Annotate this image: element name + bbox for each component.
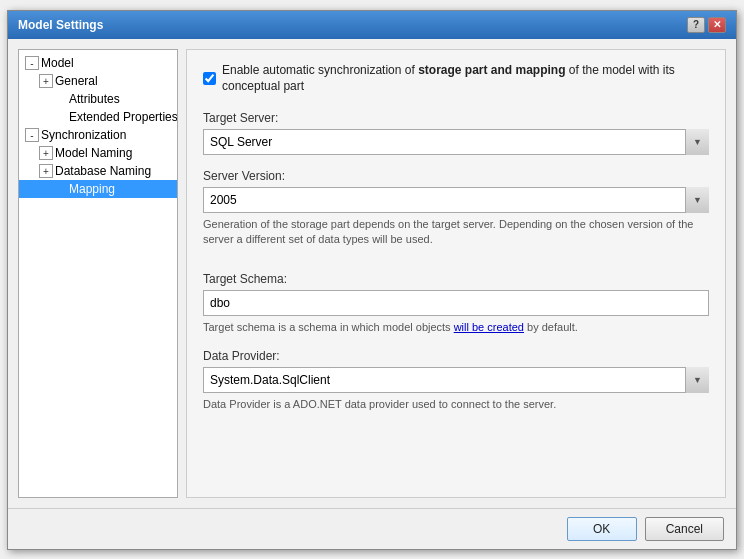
help-button[interactable]: ? <box>687 17 705 33</box>
tree-item-attributes[interactable]: Attributes <box>19 90 177 108</box>
target-schema-hint: Target schema is a schema in which model… <box>203 320 709 335</box>
tree-label-synchronization: Synchronization <box>41 128 126 142</box>
leaf-spacer-mapping <box>53 182 67 196</box>
window-title: Model Settings <box>18 18 103 32</box>
cancel-button[interactable]: Cancel <box>645 517 724 541</box>
expand-icon-db-naming: + <box>39 164 53 178</box>
close-button[interactable]: ✕ <box>708 17 726 33</box>
target-schema-input[interactable] <box>203 290 709 316</box>
tree-label-database-naming: Database Naming <box>55 164 151 178</box>
server-version-select[interactable]: 2005 2008 2012 2014 2016 2019 <box>203 187 709 213</box>
tree-item-model[interactable]: - Model <box>19 54 177 72</box>
tree-label-model-naming: Model Naming <box>55 146 132 160</box>
enable-sync-checkbox[interactable] <box>203 72 216 85</box>
target-schema-label: Target Schema: <box>203 272 709 286</box>
data-provider-select-wrapper: System.Data.SqlClient System.Data.OleDb … <box>203 367 709 393</box>
enable-sync-label: Enable automatic synchronization of stor… <box>222 62 709 96</box>
server-version-field: Server Version: 2005 2008 2012 2014 2016… <box>203 169 709 248</box>
server-version-select-wrapper: 2005 2008 2012 2014 2016 2019 <box>203 187 709 213</box>
target-server-select[interactable]: SQL Server Oracle MySQL PostgreSQL <box>203 129 709 155</box>
tree-item-model-naming[interactable]: + Model Naming <box>19 144 177 162</box>
footer: OK Cancel <box>8 508 736 549</box>
enable-sync-row: Enable automatic synchronization of stor… <box>203 62 709 96</box>
server-version-hint: Generation of the storage part depends o… <box>203 217 709 248</box>
target-schema-link: will be created <box>454 321 524 333</box>
title-bar: Model Settings ? ✕ <box>8 11 736 39</box>
leaf-spacer-attributes <box>53 92 67 106</box>
tree-item-general[interactable]: + General <box>19 72 177 90</box>
server-version-label: Server Version: <box>203 169 709 183</box>
target-server-field: Target Server: SQL Server Oracle MySQL P… <box>203 111 709 155</box>
divider <box>203 262 709 272</box>
content-panel: Enable automatic synchronization of stor… <box>186 49 726 498</box>
tree-panel: - Model + General Attributes Extended Pr… <box>18 49 178 498</box>
expand-icon-model-naming: + <box>39 146 53 160</box>
sync-bold-text: storage part and mapping <box>418 63 565 77</box>
tree-label-model: Model <box>41 56 74 70</box>
expand-icon-general: + <box>39 74 53 88</box>
expand-icon-sync: - <box>25 128 39 142</box>
tree-label-mapping: Mapping <box>69 182 115 196</box>
tree-label-attributes: Attributes <box>69 92 120 106</box>
tree-item-synchronization[interactable]: - Synchronization <box>19 126 177 144</box>
tree-label-general: General <box>55 74 98 88</box>
leaf-spacer-extended <box>53 110 67 124</box>
data-provider-label: Data Provider: <box>203 349 709 363</box>
target-server-select-wrapper: SQL Server Oracle MySQL PostgreSQL <box>203 129 709 155</box>
target-server-label: Target Server: <box>203 111 709 125</box>
title-bar-buttons: ? ✕ <box>687 17 726 33</box>
tree-item-extended-properties[interactable]: Extended Properties <box>19 108 177 126</box>
data-provider-field: Data Provider: System.Data.SqlClient Sys… <box>203 349 709 412</box>
tree-item-database-naming[interactable]: + Database Naming <box>19 162 177 180</box>
data-provider-select[interactable]: System.Data.SqlClient System.Data.OleDb … <box>203 367 709 393</box>
tree-label-extended-properties: Extended Properties <box>69 110 178 124</box>
data-provider-hint: Data Provider is a ADO.NET data provider… <box>203 397 709 412</box>
window-body: - Model + General Attributes Extended Pr… <box>8 39 736 508</box>
model-settings-window: Model Settings ? ✕ - Model + General Att… <box>7 10 737 550</box>
ok-button[interactable]: OK <box>567 517 637 541</box>
target-schema-field: Target Schema: Target schema is a schema… <box>203 272 709 335</box>
expand-icon-model: - <box>25 56 39 70</box>
tree-item-mapping[interactable]: Mapping <box>19 180 177 198</box>
